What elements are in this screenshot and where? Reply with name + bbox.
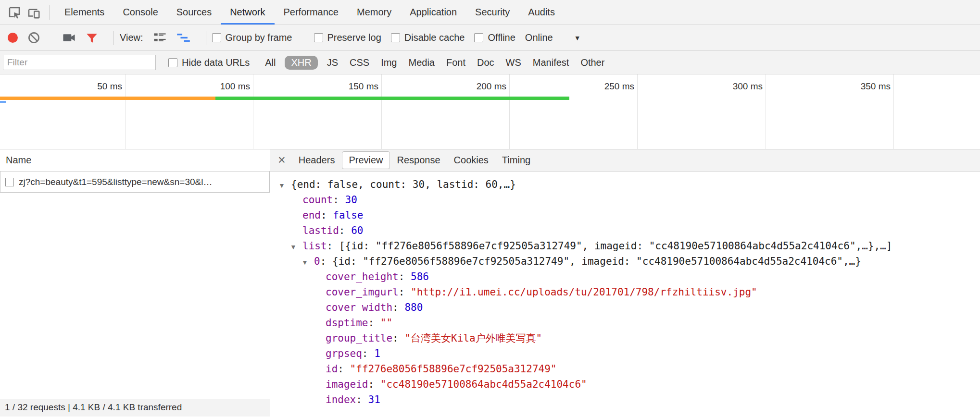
tick-label: 200 ms <box>444 81 506 92</box>
preview-json-tree: ▼{end: false, count: 30, lastid: 60,…} c… <box>270 172 980 417</box>
group-by-frame-label: Group by frame <box>226 32 292 43</box>
camera-icon <box>62 31 76 45</box>
tab-console[interactable]: Console <box>113 0 167 25</box>
tick-label: 300 ms <box>700 81 763 92</box>
filter-type-ws[interactable]: WS <box>506 57 521 68</box>
request-details-pane: × Headers Preview Response Cookies Timin… <box>270 149 980 417</box>
filter-type-css[interactable]: CSS <box>350 57 369 68</box>
tab-performance[interactable]: Performance <box>275 0 348 25</box>
gridline <box>893 74 894 149</box>
column-header-name[interactable]: Name <box>0 149 270 172</box>
toolbar-separator <box>113 31 114 45</box>
hide-data-urls-checkbox[interactable]: Hide data URLs <box>168 57 250 68</box>
toolbar-separator <box>206 31 206 45</box>
details-tab-headers[interactable]: Headers <box>292 152 341 169</box>
clear-button[interactable] <box>27 31 40 44</box>
details-tab-response[interactable]: Response <box>391 152 447 169</box>
json-prop-end: end: false <box>290 208 980 223</box>
checkbox-icon <box>314 33 323 42</box>
json-node-list[interactable]: ▼list: [{id: "ff276e8056f58896e7cf92505a… <box>290 238 980 254</box>
hide-data-urls-label: Hide data URLs <box>182 57 250 68</box>
preserve-log-checkbox[interactable]: Preserve log <box>314 32 381 43</box>
filter-type-all[interactable]: All <box>265 57 276 68</box>
view-label: View: <box>120 32 143 43</box>
toolbar-separator <box>49 5 50 20</box>
filter-type-manifest[interactable]: Manifest <box>533 57 569 68</box>
checkbox-icon <box>474 33 483 42</box>
group-by-frame-checkbox[interactable]: Group by frame <box>212 32 292 43</box>
gridline <box>381 74 382 149</box>
filter-type-font[interactable]: Font <box>446 57 465 68</box>
close-icon[interactable]: × <box>278 154 286 167</box>
json-node-item0[interactable]: ▼0: {id: "ff276e8056f58896e7cf92505a3127… <box>302 254 980 269</box>
json-node-root[interactable]: ▼{end: false, count: 30, lastid: 60,…} <box>278 177 980 192</box>
clear-icon <box>27 31 40 44</box>
record-button[interactable] <box>8 33 18 43</box>
disclosure-triangle-icon[interactable]: ▼ <box>290 239 302 255</box>
tab-application[interactable]: Application <box>401 0 466 25</box>
tick-label: 100 ms <box>188 81 250 92</box>
throttling-value: Online <box>525 32 553 43</box>
tick-label: 50 ms <box>60 81 122 92</box>
toolbar-separator <box>308 31 308 45</box>
json-prop-id: id: "ff276e8056f58896e7cf92505a312749" <box>313 361 980 377</box>
filter-type-img[interactable]: Img <box>381 57 397 68</box>
json-prop-count: count: 30 <box>290 192 980 208</box>
tab-security[interactable]: Security <box>466 0 519 25</box>
json-root-preview: {end: false, count: 30, lastid: 60,…} <box>291 179 516 190</box>
gridline <box>253 74 253 149</box>
details-tab-cookies[interactable]: Cookies <box>448 152 495 169</box>
tick-label: 350 ms <box>828 81 891 92</box>
json-prop-lastid: lastid: 60 <box>290 223 980 238</box>
disclosure-triangle-icon[interactable]: ▼ <box>278 178 291 193</box>
details-tab-timing[interactable]: Timing <box>496 152 537 169</box>
overview-bar-green <box>215 97 569 100</box>
tab-elements[interactable]: Elements <box>55 0 113 25</box>
show-overview-button[interactable] <box>176 31 190 45</box>
json-prop-dsptime: dsptime: "" <box>313 315 980 331</box>
offline-checkbox[interactable]: Offline <box>474 32 515 43</box>
disable-cache-checkbox[interactable]: Disable cache <box>391 32 465 43</box>
filter-type-other[interactable]: Other <box>580 57 604 68</box>
device-toolbar-icon[interactable] <box>24 3 43 22</box>
network-overview-timeline[interactable]: 50 ms 100 ms 150 ms 200 ms 250 ms 300 ms… <box>0 74 980 149</box>
network-toolbar: View: Group by frame Preserve log Disabl… <box>0 25 980 51</box>
record-icon <box>8 33 18 43</box>
large-request-rows-button[interactable] <box>153 31 167 45</box>
filter-type-js[interactable]: JS <box>327 57 338 68</box>
inspect-element-icon[interactable] <box>5 3 24 22</box>
tab-sources[interactable]: Sources <box>167 0 221 25</box>
throttling-dropdown[interactable]: Online ▼ <box>525 32 581 43</box>
capture-screenshots-button[interactable] <box>62 31 76 45</box>
tab-audits[interactable]: Audits <box>519 0 564 25</box>
row-checkbox[interactable] <box>5 178 14 186</box>
requests-summary-bar: 1 / 32 requests | 4.1 KB / 4.1 KB transf… <box>0 399 270 417</box>
gridline <box>637 74 638 149</box>
gridline <box>509 74 510 149</box>
large-request-rows-icon <box>153 31 167 45</box>
tab-network[interactable]: Network <box>221 0 274 25</box>
chevron-down-icon: ▼ <box>574 34 581 42</box>
details-tab-preview[interactable]: Preview <box>342 151 389 169</box>
disclosure-triangle-icon[interactable]: ▼ <box>302 255 314 270</box>
tab-memory[interactable]: Memory <box>348 0 401 25</box>
toolbar-separator <box>56 31 56 45</box>
checkbox-icon <box>391 33 400 42</box>
checkbox-icon <box>168 58 177 67</box>
overview-bar-blue <box>0 101 6 103</box>
filter-toggle-button[interactable] <box>86 32 98 44</box>
checkbox-icon <box>212 33 221 42</box>
network-filter-bar: Hide data URLs All XHR JS CSS Img Media … <box>0 51 980 74</box>
filter-type-media[interactable]: Media <box>408 57 434 68</box>
json-prop-cover-height: cover_height: 586 <box>313 269 980 284</box>
request-row[interactable]: zj?ch=beauty&t1=595&listtype=new&sn=30&l… <box>0 172 270 193</box>
filter-funnel-icon <box>86 32 98 44</box>
gridline <box>125 74 126 149</box>
filter-type-xhr[interactable]: XHR <box>285 56 317 70</box>
json-prop-index: index: 31 <box>313 392 980 407</box>
tick-label: 150 ms <box>316 81 378 92</box>
filter-input[interactable] <box>3 55 156 70</box>
filter-type-doc[interactable]: Doc <box>477 57 494 68</box>
json-prop-group-title: group_title: "台湾美女Kila户外唯美写真" <box>313 331 980 346</box>
request-list-pane: Name zj?ch=beauty&t1=595&listtype=new&sn… <box>0 149 270 417</box>
